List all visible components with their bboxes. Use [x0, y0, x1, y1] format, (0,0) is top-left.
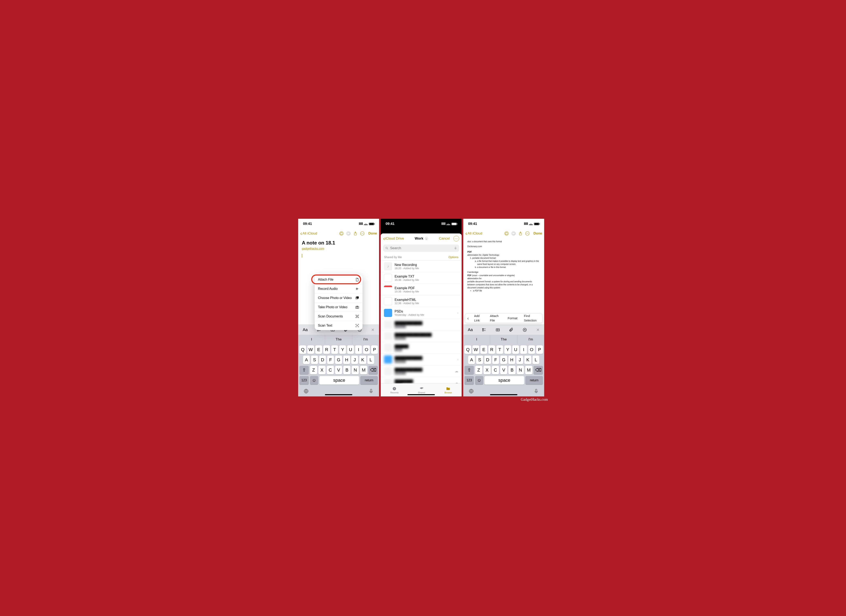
file-row[interactable]: ExampleHTML12:36 · Added by Me: [381, 296, 462, 307]
key-c[interactable]: C: [492, 366, 499, 374]
more-button[interactable]: [360, 231, 365, 236]
note-document[interactable]: also: a document that uses this format D…: [463, 238, 544, 324]
menu-record-audio[interactable]: Record Audio: [315, 284, 363, 293]
handwriting-button[interactable]: [523, 328, 527, 332]
key-f[interactable]: F: [492, 356, 499, 364]
key-d[interactable]: D: [319, 356, 326, 364]
sheet-title[interactable]: Work ⌄: [405, 236, 437, 241]
suggestion-1[interactable]: I: [463, 335, 490, 344]
context-back-button[interactable]: ‹: [465, 315, 471, 321]
context-find-selection[interactable]: Find Selection: [521, 314, 542, 323]
file-row[interactable]: Example PDF15:35 · Added by Me: [381, 284, 462, 296]
key-h[interactable]: H: [508, 356, 515, 364]
key-a[interactable]: A: [303, 356, 310, 364]
key-r[interactable]: R: [488, 345, 495, 354]
file-row-blurred[interactable]: ██████████████████████: [381, 330, 462, 342]
emoji-key[interactable]: ☺: [310, 376, 318, 384]
key-v[interactable]: V: [335, 366, 342, 374]
share-button[interactable]: [518, 231, 523, 236]
cancel-button[interactable]: Cancel: [439, 236, 450, 241]
delete-key[interactable]: ⌫: [369, 366, 378, 374]
share-button[interactable]: [353, 231, 358, 236]
emoji-key[interactable]: ☺: [475, 376, 483, 384]
key-q[interactable]: Q: [464, 345, 471, 354]
key-t[interactable]: T: [496, 345, 503, 354]
options-button[interactable]: Options: [448, 255, 458, 259]
shift-key[interactable]: ⇧: [300, 366, 309, 374]
key-t[interactable]: T: [331, 345, 338, 354]
key-i[interactable]: I: [520, 345, 527, 354]
back-button[interactable]: iCloud Drive: [383, 236, 404, 241]
key-w[interactable]: W: [307, 345, 314, 354]
mic-icon[interactable]: [533, 389, 539, 394]
suggestion-2[interactable]: The: [325, 335, 352, 344]
return-key[interactable]: return: [360, 376, 378, 384]
undo-button[interactable]: [339, 231, 344, 236]
done-button[interactable]: Done: [369, 232, 377, 236]
key-s[interactable]: S: [311, 356, 318, 364]
key-o[interactable]: O: [363, 345, 370, 354]
key-e[interactable]: E: [315, 345, 322, 354]
key-v[interactable]: V: [500, 366, 507, 374]
text-format-button[interactable]: Aa: [303, 327, 307, 332]
file-row[interactable]: Example TXT15:36 · Added by Me: [381, 272, 462, 284]
number-key[interactable]: 123: [300, 376, 309, 384]
key-x[interactable]: X: [319, 366, 326, 374]
key-l[interactable]: L: [533, 356, 539, 364]
key-j[interactable]: J: [351, 356, 358, 364]
folder-row[interactable]: PSDsYesterday · Added by Me ›: [381, 307, 462, 319]
delete-key[interactable]: ⌫: [533, 366, 543, 374]
back-button[interactable]: All iCloud: [465, 232, 482, 236]
note-link[interactable]: gadgethacks.com: [302, 247, 375, 250]
suggestion-1[interactable]: I: [298, 335, 325, 344]
key-b[interactable]: B: [343, 366, 351, 374]
table-button[interactable]: [495, 328, 500, 332]
key-b[interactable]: B: [508, 366, 516, 374]
search-field[interactable]: [383, 245, 459, 252]
suggestion-2[interactable]: The: [490, 335, 517, 344]
mic-icon[interactable]: [454, 246, 457, 250]
redo-button[interactable]: [511, 231, 516, 236]
key-z[interactable]: Z: [475, 366, 482, 374]
key-j[interactable]: J: [516, 356, 523, 364]
file-row-blurred[interactable]: ██████████████████☁: [381, 365, 462, 377]
menu-scan-text[interactable]: Scan Text: [315, 321, 363, 330]
menu-take-photo[interactable]: Take Photo or Video: [315, 303, 363, 312]
key-o[interactable]: O: [528, 345, 535, 354]
more-button[interactable]: ⋯: [454, 236, 459, 241]
key-q[interactable]: Q: [300, 345, 306, 354]
mic-icon[interactable]: [369, 389, 374, 394]
key-y[interactable]: Y: [339, 345, 346, 354]
return-key[interactable]: return: [525, 376, 543, 384]
close-toolbar-button[interactable]: ✕: [536, 327, 540, 332]
tab-recents[interactable]: Recents: [390, 386, 398, 394]
space-key[interactable]: space: [319, 376, 359, 384]
key-x[interactable]: X: [483, 366, 491, 374]
key-y[interactable]: Y: [504, 345, 511, 354]
key-i[interactable]: I: [355, 345, 362, 354]
key-r[interactable]: R: [323, 345, 330, 354]
tab-shared[interactable]: Shared: [418, 386, 425, 394]
key-z[interactable]: Z: [310, 366, 317, 374]
key-m[interactable]: M: [360, 366, 367, 374]
key-s[interactable]: S: [476, 356, 483, 364]
key-e[interactable]: E: [480, 345, 487, 354]
close-toolbar-button[interactable]: ✕: [371, 327, 375, 332]
key-n[interactable]: N: [352, 366, 359, 374]
key-g[interactable]: G: [335, 356, 342, 364]
shift-key[interactable]: ⇧: [464, 366, 474, 374]
file-row-blurred[interactable]: ████████████☁: [381, 377, 462, 383]
search-input[interactable]: [390, 246, 452, 250]
file-row-blurred[interactable]: ██████████: [381, 342, 462, 354]
file-row-blurred[interactable]: ██████████████████›: [381, 354, 462, 365]
key-k[interactable]: K: [524, 356, 531, 364]
globe-icon[interactable]: [469, 389, 474, 394]
file-list[interactable]: ♪ New Recording16:20 · Added by Me Examp…: [381, 261, 462, 383]
back-button[interactable]: All iCloud: [300, 232, 317, 236]
key-p[interactable]: P: [536, 345, 543, 354]
key-w[interactable]: W: [473, 345, 479, 354]
menu-choose-photo[interactable]: Choose Photo or Video: [315, 293, 363, 303]
globe-icon[interactable]: [304, 389, 309, 394]
key-c[interactable]: C: [327, 366, 334, 374]
file-row-blurred[interactable]: ██████████████████: [381, 319, 462, 330]
